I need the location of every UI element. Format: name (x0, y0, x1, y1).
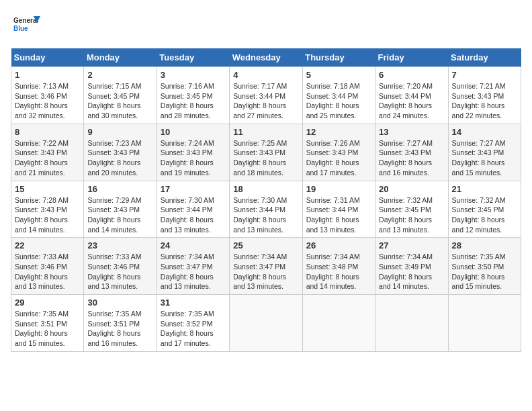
calendar-cell: 5 Sunrise: 7:18 AMSunset: 3:44 PMDayligh… (302, 67, 375, 124)
day-number: 14 (452, 127, 517, 137)
day-info: Sunrise: 7:30 AMSunset: 3:44 PMDaylight:… (161, 196, 214, 234)
day-number: 26 (306, 240, 371, 250)
day-info: Sunrise: 7:15 AMSunset: 3:45 PMDaylight:… (87, 82, 141, 120)
calendar-cell: 3 Sunrise: 7:16 AMSunset: 3:45 PMDayligh… (157, 67, 229, 124)
day-header-sunday: Sunday (11, 48, 84, 67)
calendar-cell: 7 Sunrise: 7:21 AMSunset: 3:43 PMDayligh… (448, 67, 521, 124)
day-info: Sunrise: 7:18 AMSunset: 3:44 PMDaylight:… (306, 82, 360, 120)
day-number: 22 (15, 240, 80, 250)
day-info: Sunrise: 7:22 AMSunset: 3:43 PMDaylight:… (15, 139, 69, 177)
calendar-cell: 14 Sunrise: 7:27 AMSunset: 3:43 PMDaylig… (448, 124, 521, 181)
day-number: 1 (15, 70, 80, 80)
day-info: Sunrise: 7:27 AMSunset: 3:43 PMDaylight:… (379, 139, 433, 177)
day-info: Sunrise: 7:32 AMSunset: 3:45 PMDaylight:… (452, 196, 506, 234)
calendar-cell: 20 Sunrise: 7:32 AMSunset: 3:45 PMDaylig… (375, 181, 448, 238)
calendar-cell: 16 Sunrise: 7:29 AMSunset: 3:43 PMDaylig… (84, 181, 157, 238)
calendar-cell: 31 Sunrise: 7:35 AMSunset: 3:52 PMDaylig… (157, 295, 229, 352)
calendar-cell: 24 Sunrise: 7:34 AMSunset: 3:47 PMDaylig… (157, 238, 229, 295)
calendar-cell: 21 Sunrise: 7:32 AMSunset: 3:45 PMDaylig… (448, 181, 521, 238)
day-header-tuesday: Tuesday (157, 48, 229, 67)
calendar-week-4: 22 Sunrise: 7:33 AMSunset: 3:46 PMDaylig… (11, 238, 521, 295)
day-number: 23 (87, 240, 152, 250)
day-info: Sunrise: 7:20 AMSunset: 3:44 PMDaylight:… (379, 82, 433, 120)
calendar-cell: 12 Sunrise: 7:26 AMSunset: 3:43 PMDaylig… (302, 124, 375, 181)
calendar-cell: 1 Sunrise: 7:13 AMSunset: 3:46 PMDayligh… (11, 67, 84, 124)
day-number: 17 (161, 184, 226, 194)
day-info: Sunrise: 7:35 AMSunset: 3:51 PMDaylight:… (87, 310, 141, 347)
day-number: 16 (87, 184, 152, 194)
day-number: 3 (161, 70, 226, 80)
calendar-cell: 23 Sunrise: 7:33 AMSunset: 3:46 PMDaylig… (84, 238, 157, 295)
day-header-thursday: Thursday (302, 48, 375, 67)
day-number: 4 (233, 70, 298, 80)
day-info: Sunrise: 7:17 AMSunset: 3:44 PMDaylight:… (233, 82, 287, 120)
day-number: 25 (233, 240, 298, 250)
day-info: Sunrise: 7:29 AMSunset: 3:43 PMDaylight:… (87, 196, 141, 234)
day-info: Sunrise: 7:34 AMSunset: 3:49 PMDaylight:… (379, 253, 433, 290)
calendar-cell: 26 Sunrise: 7:34 AMSunset: 3:48 PMDaylig… (302, 238, 375, 295)
calendar-cell: 15 Sunrise: 7:28 AMSunset: 3:43 PMDaylig… (11, 181, 84, 238)
svg-text:Blue: Blue (13, 25, 28, 32)
calendar-week-5: 29 Sunrise: 7:35 AMSunset: 3:51 PMDaylig… (11, 295, 521, 352)
calendar-cell: 11 Sunrise: 7:25 AMSunset: 3:43 PMDaylig… (230, 124, 302, 181)
day-info: Sunrise: 7:34 AMSunset: 3:47 PMDaylight:… (161, 253, 214, 290)
day-info: Sunrise: 7:33 AMSunset: 3:46 PMDaylight:… (15, 253, 69, 290)
day-info: Sunrise: 7:32 AMSunset: 3:45 PMDaylight:… (379, 196, 433, 234)
calendar-cell (375, 295, 448, 352)
day-info: Sunrise: 7:25 AMSunset: 3:43 PMDaylight:… (233, 139, 287, 177)
day-number: 9 (87, 127, 152, 137)
calendar-cell (302, 295, 375, 352)
calendar-week-1: 1 Sunrise: 7:13 AMSunset: 3:46 PMDayligh… (11, 67, 521, 124)
day-info: Sunrise: 7:30 AMSunset: 3:44 PMDaylight:… (233, 196, 287, 234)
day-number: 19 (306, 184, 371, 194)
day-info: Sunrise: 7:26 AMSunset: 3:43 PMDaylight:… (306, 139, 360, 177)
calendar-cell: 18 Sunrise: 7:30 AMSunset: 3:44 PMDaylig… (230, 181, 302, 238)
calendar-cell: 28 Sunrise: 7:35 AMSunset: 3:50 PMDaylig… (448, 238, 521, 295)
day-info: Sunrise: 7:13 AMSunset: 3:46 PMDaylight:… (15, 82, 69, 120)
calendar-cell: 27 Sunrise: 7:34 AMSunset: 3:49 PMDaylig… (375, 238, 448, 295)
day-number: 5 (306, 70, 371, 80)
calendar-week-2: 8 Sunrise: 7:22 AMSunset: 3:43 PMDayligh… (11, 124, 521, 181)
day-info: Sunrise: 7:28 AMSunset: 3:43 PMDaylight:… (15, 196, 69, 234)
day-number: 12 (306, 127, 371, 137)
calendar-week-3: 15 Sunrise: 7:28 AMSunset: 3:43 PMDaylig… (11, 181, 521, 238)
day-info: Sunrise: 7:24 AMSunset: 3:43 PMDaylight:… (161, 139, 214, 177)
logo-graphic: General Blue (11, 11, 40, 40)
day-number: 24 (161, 240, 226, 250)
calendar-header-row: SundayMondayTuesdayWednesdayThursdayFrid… (11, 48, 521, 67)
day-number: 28 (452, 240, 517, 250)
page-header: General Blue (11, 11, 521, 40)
day-info: Sunrise: 7:23 AMSunset: 3:43 PMDaylight:… (87, 139, 141, 177)
calendar-table: SundayMondayTuesdayWednesdayThursdayFrid… (11, 48, 521, 352)
calendar-cell (230, 295, 302, 352)
calendar-cell: 30 Sunrise: 7:35 AMSunset: 3:51 PMDaylig… (84, 295, 157, 352)
day-number: 6 (379, 70, 444, 80)
day-header-saturday: Saturday (448, 48, 521, 67)
calendar-cell: 29 Sunrise: 7:35 AMSunset: 3:51 PMDaylig… (11, 295, 84, 352)
day-number: 7 (452, 70, 517, 80)
day-number: 27 (379, 240, 444, 250)
calendar-cell: 25 Sunrise: 7:34 AMSunset: 3:47 PMDaylig… (230, 238, 302, 295)
logo: General Blue (11, 11, 40, 40)
calendar-cell: 4 Sunrise: 7:17 AMSunset: 3:44 PMDayligh… (230, 67, 302, 124)
calendar-cell: 19 Sunrise: 7:31 AMSunset: 3:44 PMDaylig… (302, 181, 375, 238)
day-info: Sunrise: 7:27 AMSunset: 3:43 PMDaylight:… (452, 139, 506, 177)
day-header-monday: Monday (84, 48, 157, 67)
day-info: Sunrise: 7:33 AMSunset: 3:46 PMDaylight:… (87, 253, 141, 290)
day-info: Sunrise: 7:35 AMSunset: 3:52 PMDaylight:… (161, 310, 214, 347)
day-number: 13 (379, 127, 444, 137)
calendar-cell: 10 Sunrise: 7:24 AMSunset: 3:43 PMDaylig… (157, 124, 229, 181)
calendar-cell: 8 Sunrise: 7:22 AMSunset: 3:43 PMDayligh… (11, 124, 84, 181)
calendar-cell (448, 295, 521, 352)
day-info: Sunrise: 7:34 AMSunset: 3:47 PMDaylight:… (233, 253, 287, 290)
day-info: Sunrise: 7:21 AMSunset: 3:43 PMDaylight:… (452, 82, 506, 120)
day-header-friday: Friday (375, 48, 448, 67)
day-number: 21 (452, 184, 517, 194)
calendar-cell: 2 Sunrise: 7:15 AMSunset: 3:45 PMDayligh… (84, 67, 157, 124)
day-number: 18 (233, 184, 298, 194)
calendar-cell: 13 Sunrise: 7:27 AMSunset: 3:43 PMDaylig… (375, 124, 448, 181)
day-number: 11 (233, 127, 298, 137)
day-info: Sunrise: 7:31 AMSunset: 3:44 PMDaylight:… (306, 196, 360, 234)
day-number: 15 (15, 184, 80, 194)
day-info: Sunrise: 7:16 AMSunset: 3:45 PMDaylight:… (161, 82, 214, 120)
